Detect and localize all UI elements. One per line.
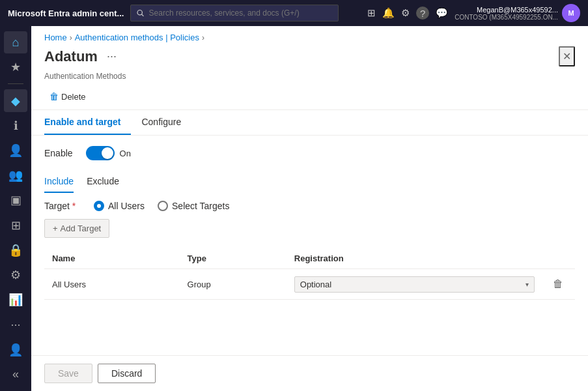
enable-row: Enable On [44, 146, 575, 160]
sidebar-item-more[interactable]: ··· [4, 313, 27, 336]
page-header: Adatum ··· ✕ [31, 46, 588, 72]
tab-configure[interactable]: Configure [141, 110, 191, 135]
breadcrumb: Home › Authentication methods | Policies… [31, 26, 588, 46]
sidebar-item-devices[interactable]: ▣ [4, 189, 27, 211]
page-more-button[interactable]: ··· [103, 48, 120, 65]
enable-label: Enable [44, 148, 73, 158]
topbar-title: Microsoft Entra admin cent... [8, 8, 124, 18]
cell-name: All Users [44, 269, 180, 300]
svg-line-1 [142, 14, 144, 16]
breadcrumb-middle[interactable]: Authentication methods | Policies [75, 33, 199, 42]
add-target-button[interactable]: + Add Target [44, 219, 109, 238]
svg-point-0 [137, 10, 142, 14]
sidebar-item-info[interactable]: ℹ [4, 115, 27, 137]
radio-all-users-circle [94, 201, 104, 211]
page-title-row: Adatum ··· [44, 48, 120, 65]
chevron-down-icon: ▾ [525, 281, 529, 288]
sub-tab-exclude[interactable]: Exclude [87, 171, 119, 193]
delete-button[interactable]: 🗑 Delete [44, 89, 91, 104]
target-row: Target * All Users Select Targets [44, 201, 575, 211]
content-area: Enable On Include Exclude [31, 136, 588, 355]
close-button[interactable]: ✕ [559, 46, 575, 66]
breadcrumb-sep-1: › [70, 33, 72, 42]
col-actions [542, 248, 575, 269]
tabs: Enable and target Configure [31, 110, 588, 136]
sidebar: ⌂ ★ ◆ ℹ 👤 👥 ▣ ⊞ 🔒 ⚙ 📊 ··· 👤 « [0, 26, 31, 391]
tab-enable-target[interactable]: Enable and target [44, 110, 131, 135]
sidebar-item-users[interactable]: 👤 [4, 139, 27, 162]
toggle-state: On [120, 149, 131, 158]
cell-registration: Optional ▾ [287, 269, 542, 300]
targets-table: Name Type Registration All Users Group O… [44, 248, 575, 300]
target-label: Target * [44, 201, 83, 211]
radio-select-targets-circle [158, 201, 168, 211]
add-target-icon: + [53, 224, 58, 233]
radio-all-users-label: All Users [108, 201, 145, 211]
sidebar-item-apps[interactable]: ⊞ [4, 214, 27, 236]
registration-dropdown[interactable]: Optional ▾ [294, 276, 535, 293]
sub-tab-include[interactable]: Include [44, 171, 74, 193]
discard-button[interactable]: Discard [98, 364, 156, 383]
avatar: M [562, 4, 580, 22]
radio-all-users[interactable]: All Users [94, 201, 145, 211]
row-delete-button[interactable]: 🗑 [550, 276, 566, 293]
sidebar-item-reports[interactable]: 📊 [4, 289, 27, 311]
bell-icon[interactable]: 🔔 [382, 7, 395, 19]
cell-delete: 🗑 [542, 269, 575, 300]
col-name: Name [44, 248, 180, 269]
toolbar: 🗑 Delete [31, 86, 588, 110]
sidebar-item-expand[interactable]: « [4, 364, 27, 386]
sidebar-divider-1 [8, 83, 23, 84]
col-type: Type [180, 248, 287, 269]
radio-group: All Users Select Targets [94, 201, 229, 211]
radio-select-targets-label: Select Targets [172, 201, 229, 211]
portal-icon[interactable]: ⊞ [367, 7, 376, 19]
col-registration: Registration [287, 248, 542, 269]
sidebar-item-identity[interactable]: ◆ [4, 89, 27, 111]
help-icon[interactable]: ? [416, 7, 429, 20]
toggle-knob [102, 147, 113, 159]
main-panel: Home › Authentication methods | Policies… [31, 26, 588, 391]
sidebar-item-lock[interactable]: 🔒 [4, 239, 27, 261]
sidebar-item-favorites[interactable]: ★ [4, 56, 27, 78]
topbar-user-name: MeganB@M365x49592... [477, 6, 558, 14]
sidebar-item-shield[interactable]: ⚙ [4, 264, 27, 286]
search-icon [136, 8, 145, 18]
sidebar-item-home[interactable]: ⌂ [4, 31, 27, 53]
topbar-icons: ⊞ 🔔 ⚙ ? 💬 [367, 7, 448, 20]
search-input[interactable] [149, 8, 333, 18]
toggle-container: On [86, 146, 131, 160]
sidebar-item-user-bottom[interactable]: 👤 [4, 339, 27, 361]
footer: Save Discard [31, 355, 588, 391]
topbar-user-tenant: CONTOSO (M365X49592255.ON... [455, 14, 558, 21]
page-subtitle: Authentication Methods [31, 72, 588, 86]
radio-select-targets[interactable]: Select Targets [158, 201, 229, 211]
gear-icon[interactable]: ⚙ [401, 7, 410, 19]
breadcrumb-home[interactable]: Home [44, 33, 67, 42]
feedback-icon[interactable]: 💬 [436, 7, 448, 19]
table-row: All Users Group Optional ▾ 🗑 [44, 269, 575, 300]
sidebar-item-groups[interactable]: 👥 [4, 164, 27, 186]
save-button[interactable]: Save [44, 364, 92, 383]
required-star: * [72, 201, 76, 211]
cell-type: Group [180, 269, 287, 300]
registration-value: Optional [300, 280, 331, 289]
delete-label: Delete [61, 92, 86, 102]
topbar-user[interactable]: MeganB@M365x49592... CONTOSO (M365X49592… [455, 4, 580, 22]
page-title: Adatum [44, 48, 98, 65]
add-target-label: Add Target [61, 224, 102, 233]
search-bar[interactable] [130, 5, 339, 22]
enable-toggle[interactable] [86, 146, 115, 160]
sub-tabs: Include Exclude [44, 171, 575, 193]
topbar: Microsoft Entra admin cent... ⊞ 🔔 ⚙ ? 💬 … [0, 0, 588, 26]
breadcrumb-sep-2: › [202, 33, 204, 42]
trash-icon: 🗑 [49, 91, 59, 102]
